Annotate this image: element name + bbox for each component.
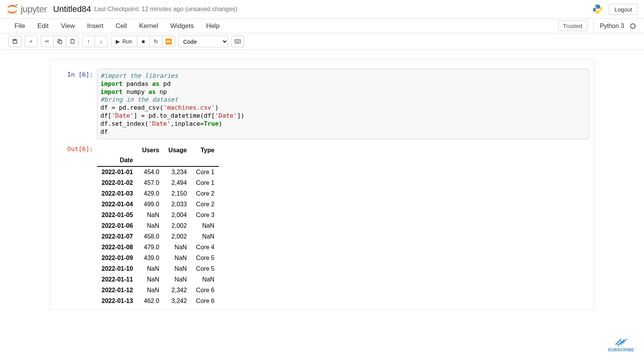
run-button[interactable]: ▶Run bbox=[111, 36, 137, 47]
table-row: 2022-01-11NaNNaNNaN bbox=[97, 274, 219, 285]
svg-point-3 bbox=[596, 6, 597, 7]
trusted-indicator[interactable]: Trusted bbox=[558, 21, 587, 31]
copy-icon bbox=[57, 39, 62, 44]
svg-point-0 bbox=[16, 4, 18, 6]
cell-users: NaN bbox=[138, 285, 164, 296]
move-up-button[interactable]: ↑ bbox=[82, 36, 95, 47]
row-index: 2022-01-06 bbox=[97, 220, 138, 231]
row-index: 2022-01-04 bbox=[97, 199, 138, 210]
svg-rect-15 bbox=[236, 42, 239, 43]
cell-usage: NaN bbox=[164, 253, 191, 263]
jupyter-logo-icon bbox=[6, 3, 18, 15]
cell-users: 439.0 bbox=[138, 253, 164, 263]
move-down-button[interactable]: ↓ bbox=[95, 36, 108, 47]
cell-users: NaN bbox=[138, 263, 164, 274]
svg-rect-8 bbox=[71, 39, 74, 43]
menu-kernel[interactable]: Kernel bbox=[133, 19, 164, 33]
row-index: 2022-01-07 bbox=[97, 231, 138, 242]
cell-type: Core 5 bbox=[191, 263, 219, 274]
svg-rect-12 bbox=[237, 40, 238, 41]
svg-rect-14 bbox=[239, 40, 240, 41]
cell-type: NaN bbox=[191, 274, 219, 285]
row-index: 2022-01-05 bbox=[97, 210, 138, 220]
svg-point-1 bbox=[7, 13, 9, 14]
cell-usage: 2,033 bbox=[164, 199, 191, 210]
toolbar: ＋ ✂ ↑ ↓ ▶Run ■ ↻ ⏩ Code bbox=[0, 33, 644, 50]
menu-cell[interactable]: Cell bbox=[110, 19, 133, 33]
arrow-down-icon: ↓ bbox=[100, 38, 103, 44]
row-index: 2022-01-01 bbox=[97, 166, 138, 178]
cell-usage: 2,342 bbox=[164, 285, 191, 296]
row-index: 2022-01-13 bbox=[97, 296, 138, 306]
interrupt-button[interactable]: ■ bbox=[137, 36, 150, 47]
cell-users: NaN bbox=[138, 210, 164, 220]
kernel-name[interactable]: Python 3 bbox=[600, 23, 624, 30]
cell-type-select[interactable]: Code bbox=[178, 36, 228, 47]
cell-usage: 2,150 bbox=[164, 188, 191, 199]
svg-rect-13 bbox=[238, 40, 239, 41]
keyboard-icon bbox=[235, 39, 241, 44]
cell-type: Core 2 bbox=[191, 199, 219, 210]
cell-type: Core 4 bbox=[191, 242, 219, 253]
code-cell[interactable]: In [6]: #import the libraries import pan… bbox=[55, 69, 589, 139]
cell-users: 454.0 bbox=[138, 166, 164, 178]
command-palette-button[interactable] bbox=[231, 36, 244, 47]
input-prompt: In [6]: bbox=[55, 69, 97, 78]
table-row: 2022-01-06NaN2,002NaN bbox=[97, 220, 219, 231]
col-header-type: Type bbox=[191, 145, 219, 155]
col-header-users: Users bbox=[138, 145, 164, 155]
svg-point-2 bbox=[16, 13, 17, 14]
logout-button[interactable]: Logout bbox=[609, 4, 638, 15]
insert-cell-button[interactable]: ＋ bbox=[25, 36, 38, 47]
cell-users: 462.0 bbox=[138, 296, 164, 306]
jupyter-logo-text: jupyter bbox=[21, 4, 47, 15]
output-area: Users Usage Type Date 2022-01-01454.03,2… bbox=[97, 143, 589, 306]
menu-file[interactable]: File bbox=[8, 19, 31, 33]
cell-usage: 2,002 bbox=[164, 231, 191, 242]
svg-rect-9 bbox=[72, 39, 73, 40]
save-icon bbox=[12, 39, 18, 44]
row-index: 2022-01-02 bbox=[97, 178, 138, 188]
cell-type: Core 1 bbox=[191, 166, 219, 178]
cell-users: 499.0 bbox=[138, 199, 164, 210]
menu-edit[interactable]: Edit bbox=[31, 19, 54, 33]
table-row: 2022-01-08479.0NaNCore 4 bbox=[97, 242, 219, 253]
index-name: Date bbox=[97, 155, 138, 166]
play-icon: ▶ bbox=[116, 38, 120, 44]
restart-button[interactable]: ↻ bbox=[150, 36, 163, 47]
cut-button[interactable]: ✂ bbox=[41, 36, 54, 47]
cell-users: 429.0 bbox=[138, 188, 164, 199]
cell-usage: NaN bbox=[164, 242, 191, 253]
python-icon bbox=[592, 3, 603, 15]
cell-users: 457.0 bbox=[138, 178, 164, 188]
menu-insert[interactable]: Insert bbox=[81, 19, 110, 33]
svg-rect-5 bbox=[14, 39, 16, 41]
menu-view[interactable]: View bbox=[55, 19, 81, 33]
cell-users: 479.0 bbox=[138, 242, 164, 253]
cell-usage: 3,234 bbox=[164, 166, 191, 178]
dataframe-body: 2022-01-01454.03,234Core 12022-01-02457.… bbox=[97, 166, 219, 306]
cell-usage: NaN bbox=[164, 274, 191, 285]
notebook-name[interactable]: Untitled84 bbox=[53, 4, 91, 14]
restart-run-all-button[interactable]: ⏩ bbox=[162, 36, 175, 47]
refresh-icon: ↻ bbox=[154, 38, 158, 44]
paste-button[interactable] bbox=[66, 36, 79, 47]
save-button[interactable] bbox=[8, 36, 21, 47]
run-label: Run bbox=[122, 38, 132, 44]
svg-rect-10 bbox=[235, 39, 240, 43]
cell-usage: 2,494 bbox=[164, 178, 191, 188]
table-row: 2022-01-03429.02,150Core 2 bbox=[97, 188, 219, 199]
col-header-usage: Usage bbox=[164, 145, 191, 155]
code-text[interactable]: #import the libraries import pandas as p… bbox=[100, 72, 586, 136]
code-input-area[interactable]: #import the libraries import pandas as p… bbox=[97, 69, 589, 139]
plus-icon: ＋ bbox=[28, 38, 34, 45]
col-header-blank bbox=[97, 145, 138, 155]
table-row: 2022-01-01454.03,234Core 1 bbox=[97, 166, 219, 178]
menu-widgets[interactable]: Widgets bbox=[164, 19, 200, 33]
jupyter-logo[interactable]: jupyter bbox=[6, 3, 47, 15]
table-row: 2022-01-12NaN2,342Core 6 bbox=[97, 285, 219, 296]
fast-forward-icon: ⏩ bbox=[165, 38, 172, 44]
menu-help[interactable]: Help bbox=[200, 19, 226, 33]
copy-button[interactable] bbox=[53, 36, 66, 47]
cell-type: Core 6 bbox=[191, 285, 219, 296]
